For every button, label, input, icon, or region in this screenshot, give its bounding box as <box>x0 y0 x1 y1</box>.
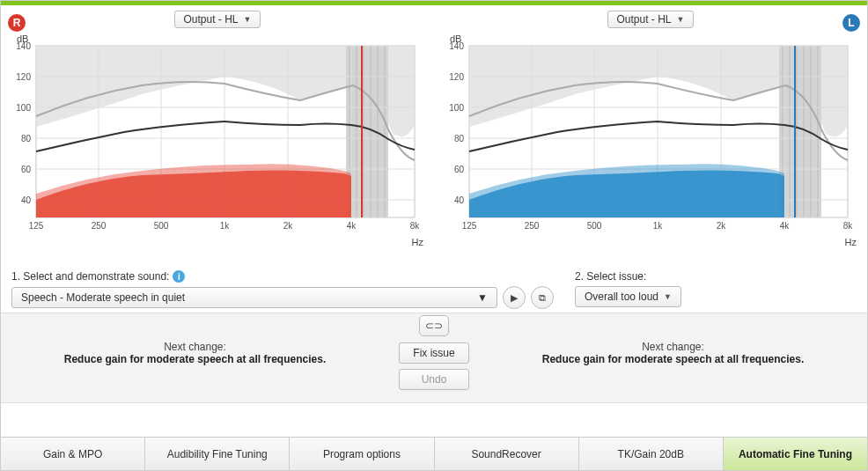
svg-rect-37 <box>779 46 821 217</box>
issue-dropdown-value: Overall too loud <box>585 291 658 303</box>
sound-dropdown[interactable]: Speech - Moderate speech in quiet ▼ <box>11 287 497 308</box>
svg-text:1k: 1k <box>653 221 664 231</box>
svg-text:2k: 2k <box>283 221 294 231</box>
svg-text:500: 500 <box>587 221 602 231</box>
svg-text:40: 40 <box>454 195 465 205</box>
play-icon: ▶ <box>511 292 518 304</box>
step2-label: 2. Select issue: <box>575 270 646 283</box>
svg-text:100: 100 <box>16 103 31 113</box>
svg-text:100: 100 <box>449 103 464 113</box>
next-change-desc-l: Reduce gain for moderate speech at all f… <box>489 353 857 365</box>
link-ears-toggle[interactable]: ⊂⊃ <box>419 315 449 336</box>
output-view-dropdown-r[interactable]: Output - HL ▼ <box>174 11 261 28</box>
svg-text:4k: 4k <box>780 221 791 231</box>
svg-text:4k: 4k <box>347 221 357 231</box>
tab-tk-gain-20db[interactable]: TK/Gain 20dB <box>579 438 724 470</box>
tab-audibility-fine-tuning[interactable]: Audibility Fine Tuning <box>145 438 290 470</box>
svg-text:1k: 1k <box>220 221 231 231</box>
chart-panel-left-ear: Output - HL ▼ dB Hz <box>434 5 867 265</box>
next-change-title-r: Next change: <box>11 341 379 353</box>
next-change-title-l: Next change: <box>489 341 857 353</box>
svg-text:250: 250 <box>92 221 107 231</box>
step1-label: 1. Select and demonstrate sound: <box>11 270 169 283</box>
svg-rect-1 <box>346 46 388 217</box>
play-button[interactable]: ▶ <box>503 286 526 309</box>
x-axis-unit: Hz <box>845 237 857 247</box>
tab-program-options[interactable]: Program options <box>290 438 434 470</box>
svg-text:125: 125 <box>462 221 477 231</box>
output-view-dropdown-l-label: Output - HL <box>617 13 672 26</box>
output-view-dropdown-l[interactable]: Output - HL ▼ <box>607 11 695 28</box>
svg-text:60: 60 <box>21 165 32 174</box>
info-icon[interactable]: i <box>173 270 185 283</box>
chevron-down-icon: ▼ <box>477 291 488 304</box>
svg-text:120: 120 <box>449 72 464 82</box>
tab-automatic-fine-tuning[interactable]: Automatic Fine Tuning <box>724 438 867 470</box>
audiogram-chart-r: 140 120 100 80 60 40 125 250 500 1k 2k 4… <box>36 46 415 235</box>
chevron-down-icon: ▼ <box>677 15 685 24</box>
loop-icon: ⧉ <box>539 292 546 304</box>
issue-dropdown[interactable]: Overall too loud ▼ <box>575 286 681 307</box>
svg-text:8k: 8k <box>843 221 854 231</box>
tab-gain-mpo[interactable]: Gain & MPO <box>1 438 145 470</box>
svg-text:500: 500 <box>154 221 169 231</box>
svg-text:140: 140 <box>16 41 31 51</box>
svg-text:40: 40 <box>21 195 32 205</box>
svg-text:250: 250 <box>525 221 540 231</box>
x-axis-unit: Hz <box>412 237 423 247</box>
loop-button[interactable]: ⧉ <box>531 286 554 309</box>
audiogram-chart-l: 140 120 100 80 60 40 125 250 500 1k 2k 4… <box>469 46 848 235</box>
svg-text:80: 80 <box>21 134 32 144</box>
svg-text:60: 60 <box>454 165 465 174</box>
svg-text:8k: 8k <box>410 221 421 231</box>
svg-text:80: 80 <box>454 134 465 144</box>
svg-text:2k: 2k <box>717 221 727 231</box>
next-change-right: Next change: Reduce gain for moderate sp… <box>11 341 379 365</box>
chevron-down-icon: ▼ <box>664 292 672 301</box>
fix-issue-button[interactable]: Fix issue <box>399 342 469 364</box>
undo-button[interactable]: Undo <box>399 369 469 390</box>
svg-text:140: 140 <box>449 41 464 51</box>
link-icon: ⊂⊃ <box>425 320 443 332</box>
bottom-tabs: Gain & MPO Audibility Fine Tuning Progra… <box>1 437 867 470</box>
tab-soundrecover[interactable]: SoundRecover <box>435 438 579 470</box>
next-change-left: Next change: Reduce gain for moderate sp… <box>489 341 857 365</box>
sound-dropdown-value: Speech - Moderate speech in quiet <box>21 291 185 304</box>
svg-text:125: 125 <box>29 221 44 231</box>
output-view-dropdown-r-label: Output - HL <box>184 13 239 26</box>
chart-panel-right-ear: Output - HL ▼ dB Hz <box>1 5 434 265</box>
svg-text:120: 120 <box>16 72 31 82</box>
next-change-desc-r: Reduce gain for moderate speech at all f… <box>11 353 379 365</box>
chevron-down-icon: ▼ <box>244 15 252 24</box>
